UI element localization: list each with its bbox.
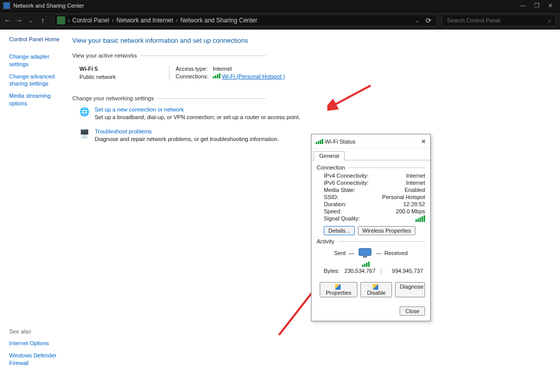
media-state-value: Enabled (405, 187, 425, 193)
group-activity: Activity (317, 238, 334, 244)
see-also-internet-options[interactable]: Internet Options (9, 340, 70, 347)
window-title: Network and Sharing Center (13, 3, 84, 9)
wifi-signal-icon (213, 73, 220, 78)
group-connection: Connection (317, 164, 345, 171)
breadcrumb-item[interactable]: Network and Internet (117, 17, 173, 24)
setup-connection-desc: Set up a broadband, dial-up, or VPN conn… (95, 114, 300, 120)
wireless-properties-button[interactable]: Wireless Properties (358, 226, 415, 235)
breadcrumb-item[interactable]: Control Panel (72, 17, 109, 24)
see-also-firewall[interactable]: Windows Defender Firewall (9, 352, 70, 367)
sent-label: Sent (334, 250, 346, 256)
connections-label: Connections: (176, 73, 211, 79)
explorer-nav-bar: ← → ⌄ ↑ › Control Panel › Network and In… (0, 11, 560, 30)
svg-rect-2 (359, 248, 371, 256)
media-state-label: Media State: (324, 187, 355, 193)
tab-general[interactable]: General (314, 151, 345, 160)
activity-dash: — (349, 250, 354, 256)
sidebar-link-adapter[interactable]: Change adapter settings (9, 53, 67, 68)
forward-button[interactable]: → (15, 16, 22, 24)
section-active-networks: View your active networks (72, 52, 137, 59)
shield-icon (373, 284, 378, 290)
bytes-received-value: 994,945,737 (382, 268, 423, 274)
bytes-sent-value: 230,534,767 (340, 268, 381, 274)
network-type: Public network (79, 74, 169, 80)
dialog-close-footer-button[interactable]: Close (400, 306, 425, 316)
see-also-label: See also (9, 328, 70, 334)
history-dropdown[interactable]: ⌄ (26, 17, 35, 24)
breadcrumb[interactable]: › Control Panel › Network and Internet ›… (53, 14, 437, 26)
sidebar: Control Panel Home Change adapter settin… (0, 30, 70, 392)
search-icon[interactable]: ⌕ (548, 17, 551, 23)
duration-label: Duration: (324, 201, 347, 207)
dialog-title: Wi-Fi Status (325, 138, 355, 145)
ssid-label: SSID: (324, 194, 339, 200)
sidebar-home[interactable]: Control Panel Home (9, 36, 67, 43)
up-button[interactable]: ↑ (39, 16, 46, 24)
maximize-button[interactable]: ❐ (534, 3, 540, 9)
main-panel: View your basic network information and … (70, 30, 560, 392)
dialog-close-button[interactable]: ✕ (421, 138, 426, 145)
duration-value: 12:28:52 (403, 201, 425, 207)
received-label: Received (384, 250, 408, 256)
svg-line-0 (332, 86, 371, 106)
ipv6-value: Internet (406, 180, 425, 186)
troubleshoot-icon: 🖥️ (79, 128, 90, 138)
control-panel-icon (3, 2, 10, 9)
breadcrumb-sep: › (112, 17, 114, 24)
speed-value: 200.0 Mbps (396, 208, 425, 214)
close-button[interactable]: ✕ (548, 3, 553, 9)
breadcrumb-icon (57, 16, 65, 24)
disable-button[interactable]: Disable (360, 282, 392, 297)
ipv4-value: Internet (406, 173, 425, 179)
ipv4-label: IPv4 Connectivity: (324, 173, 369, 179)
network-name: Wi-Fi 5 (79, 66, 169, 72)
troubleshoot-link[interactable]: Troubleshoot problems (95, 128, 152, 134)
sidebar-link-sharing[interactable]: Change advanced sharing settings (9, 73, 67, 88)
signal-quality-icon (415, 215, 425, 222)
back-button[interactable]: ← (4, 16, 11, 24)
breadcrumb-sep: › (176, 17, 178, 24)
activity-signal-icon (362, 262, 370, 267)
activity-dash: — (376, 250, 381, 256)
access-type-label: Access type: (176, 66, 211, 72)
search-input[interactable] (446, 17, 538, 24)
signal-quality-label: Signal Quality: (324, 215, 360, 222)
breadcrumb-sep: › (68, 17, 70, 24)
refresh-button[interactable]: ⟳ (424, 16, 434, 24)
access-type-value: Internet (213, 66, 232, 72)
shield-icon (335, 284, 341, 290)
troubleshoot-desc: Diagnose and repair network problems, or… (95, 136, 279, 142)
svg-rect-3 (363, 256, 367, 258)
breadcrumb-more[interactable]: ⌄ (413, 17, 422, 24)
page-title: View your basic network information and … (72, 37, 555, 44)
wifi-status-dialog: Wi-Fi Status ✕ General Connection IPv4 C… (311, 134, 431, 321)
properties-button[interactable]: Properties (320, 282, 357, 297)
ssid-value: Personal Hotspot (382, 194, 425, 200)
sidebar-link-media[interactable]: Media streaming options (9, 92, 67, 107)
activity-monitor-icon (357, 247, 373, 259)
section-change-settings: Change your networking settings (72, 95, 154, 101)
connection-link[interactable]: Wi-Fi (Personal Hotspot ) (222, 73, 285, 79)
speed-label: Speed: (324, 208, 342, 214)
ipv6-label: IPv6 Connectivity: (324, 180, 369, 186)
search-box[interactable]: ⌕ (441, 14, 556, 26)
details-button[interactable]: Details... (324, 226, 355, 235)
breadcrumb-item[interactable]: Network and Sharing Center (180, 17, 257, 24)
dialog-wifi-icon (316, 139, 323, 144)
bytes-label: Bytes: (324, 268, 340, 274)
window-title-bar: Network and Sharing Center — ❐ ✕ (0, 0, 560, 11)
setup-connection-link[interactable]: Set up a new connection or network (95, 106, 184, 113)
diagnose-button[interactable]: Diagnose (395, 282, 425, 297)
minimize-button[interactable]: — (520, 3, 526, 9)
setup-connection-icon: 🌐 (79, 106, 90, 117)
